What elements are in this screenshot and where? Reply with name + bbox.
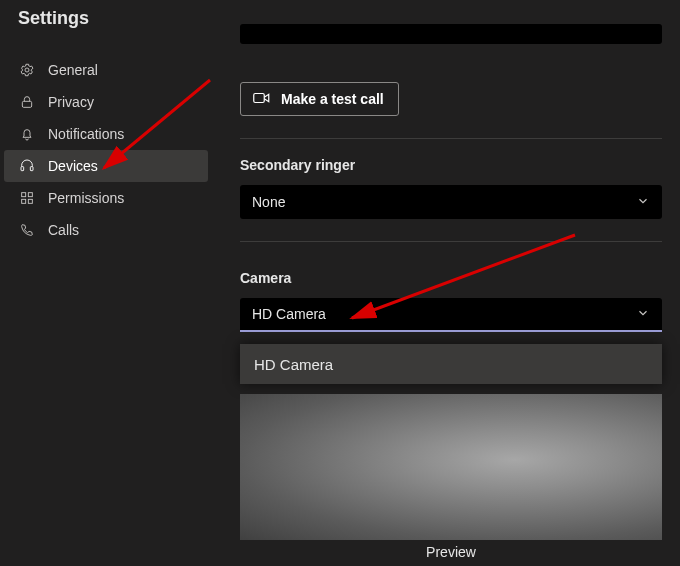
sidebar-item-label: Calls — [48, 222, 79, 238]
section-divider — [240, 241, 662, 242]
sidebar-item-privacy[interactable]: Privacy — [4, 86, 208, 118]
svg-rect-6 — [22, 199, 26, 203]
camera-option[interactable]: HD Camera — [240, 344, 662, 384]
bell-icon — [18, 126, 36, 142]
sidebar-item-label: Devices — [48, 158, 98, 174]
apps-icon — [18, 190, 36, 206]
camera-dropdown-options: HD Camera — [240, 344, 662, 384]
sidebar-item-label: Notifications — [48, 126, 124, 142]
settings-sidebar: General Privacy Notifications Devices Pe… — [4, 54, 208, 246]
secondary-ringer-label: Secondary ringer — [240, 157, 662, 173]
svg-rect-5 — [28, 193, 32, 197]
sidebar-item-label: General — [48, 62, 98, 78]
sidebar-item-devices[interactable]: Devices — [4, 150, 208, 182]
svg-rect-2 — [21, 167, 24, 171]
sidebar-item-permissions[interactable]: Permissions — [4, 182, 208, 214]
camera-label: Camera — [240, 270, 662, 286]
page-title: Settings — [18, 8, 89, 29]
speaker-dropdown-truncated[interactable] — [240, 24, 662, 44]
sidebar-item-label: Privacy — [48, 94, 94, 110]
svg-rect-3 — [30, 167, 33, 171]
chevron-down-icon — [636, 194, 650, 211]
lock-icon — [18, 94, 36, 110]
secondary-ringer-dropdown[interactable]: None — [240, 185, 662, 219]
camera-dropdown[interactable]: HD Camera — [240, 298, 662, 332]
svg-rect-8 — [254, 93, 265, 102]
phone-icon — [18, 222, 36, 238]
camera-preview-label: Preview — [240, 544, 662, 560]
camera-dropdown-value: HD Camera — [252, 306, 326, 322]
settings-content: Make a test call Secondary ringer None C… — [240, 24, 662, 566]
headset-icon — [18, 158, 36, 174]
svg-rect-1 — [22, 101, 31, 107]
svg-rect-4 — [22, 193, 26, 197]
sidebar-item-calls[interactable]: Calls — [4, 214, 208, 246]
section-divider — [240, 138, 662, 139]
camera-preview — [240, 394, 662, 540]
chevron-down-icon — [636, 306, 650, 323]
sidebar-item-notifications[interactable]: Notifications — [4, 118, 208, 150]
sidebar-item-general[interactable]: General — [4, 54, 208, 86]
make-test-call-label: Make a test call — [281, 91, 384, 107]
make-test-call-button[interactable]: Make a test call — [240, 82, 399, 116]
secondary-ringer-value: None — [252, 194, 285, 210]
gear-icon — [18, 62, 36, 78]
sidebar-item-label: Permissions — [48, 190, 124, 206]
svg-point-0 — [25, 68, 29, 72]
test-call-icon — [253, 91, 271, 108]
svg-rect-7 — [28, 199, 32, 203]
